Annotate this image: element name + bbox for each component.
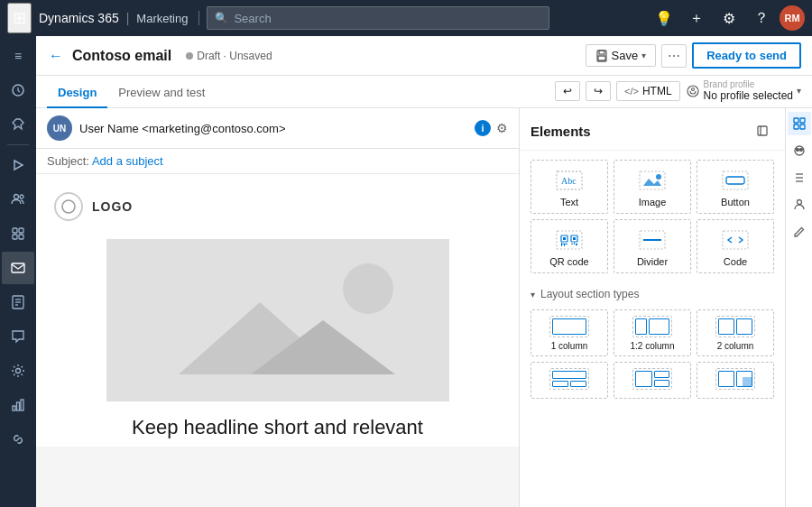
- svg-rect-4: [13, 228, 17, 233]
- html-button[interactable]: </> HTML: [616, 81, 680, 101]
- sidebar-item-forms[interactable]: [2, 286, 34, 318]
- tab-toolbar: ↩ ↪ </> HTML Brand profile No profile se…: [555, 79, 801, 107]
- layout-1-2col[interactable]: 1:2 column: [614, 309, 691, 356]
- question-button[interactable]: ？: [747, 4, 776, 32]
- layout-section-header[interactable]: ▾ Layout section types: [520, 282, 785, 306]
- element-image[interactable]: Image: [614, 160, 691, 214]
- element-button[interactable]: Button: [697, 160, 774, 214]
- email-image-placeholder[interactable]: [106, 239, 449, 401]
- sidebar-item-analytics[interactable]: [2, 389, 34, 421]
- image-element-icon: [636, 168, 669, 193]
- undo-button[interactable]: ↩: [555, 81, 580, 101]
- sidebar-item-pinned[interactable]: [2, 108, 34, 141]
- email-settings-button[interactable]: ⚙: [496, 121, 508, 135]
- element-qrcode[interactable]: QR code: [531, 219, 608, 273]
- sidebar-item-links[interactable]: [2, 423, 34, 456]
- svg-rect-16: [21, 400, 23, 410]
- user-avatar[interactable]: RM: [780, 5, 805, 31]
- svg-rect-31: [640, 171, 665, 189]
- ready-to-send-button[interactable]: Ready to send: [692, 42, 801, 69]
- placeholder-image-svg: [106, 239, 449, 401]
- svg-point-56: [799, 149, 802, 152]
- redo-button[interactable]: ↪: [586, 81, 611, 101]
- module-name: Marketing: [136, 12, 188, 25]
- main-layout: ≡: [0, 36, 812, 507]
- code-element-icon: [719, 227, 752, 253]
- layout-2col-label: 2 column: [717, 341, 754, 351]
- help-icon-button[interactable]: 💡: [650, 4, 678, 32]
- sidebar-item-menu[interactable]: ≡: [2, 40, 34, 72]
- brand-area: Dynamics 365 | Marketing: [39, 11, 199, 25]
- add-subject-link[interactable]: Add a subject: [92, 154, 163, 168]
- element-code[interactable]: Code: [697, 219, 774, 273]
- element-text[interactable]: Abc Text: [531, 160, 608, 214]
- sidebar-item-recent[interactable]: [2, 74, 34, 106]
- qrcode-element-icon: [553, 227, 586, 253]
- subject-bar: Subject: Add a subject: [36, 149, 519, 174]
- secondary-toolbar: ← Contoso email Draft · Unsaved Save ▾ ⋯…: [36, 36, 812, 76]
- layout-3col-b[interactable]: [614, 362, 691, 399]
- svg-rect-6: [13, 235, 17, 239]
- svg-point-60: [797, 200, 801, 205]
- svg-rect-14: [13, 406, 15, 410]
- layout-3col-c[interactable]: [697, 362, 774, 399]
- expand-icon-button[interactable]: [751, 119, 774, 143]
- settings-button[interactable]: ⚙: [715, 4, 743, 32]
- svg-point-21: [691, 88, 694, 90]
- save-button[interactable]: Save ▾: [586, 44, 657, 67]
- svg-rect-42: [561, 243, 562, 246]
- tab-design[interactable]: Design: [47, 78, 107, 108]
- sidebar-item-messages[interactable]: [2, 320, 34, 353]
- elements-tab-button[interactable]: [788, 112, 811, 135]
- info-icon[interactable]: i: [475, 120, 491, 136]
- add-button[interactable]: ＋: [682, 4, 711, 32]
- code-element-label: Code: [724, 256, 747, 267]
- svg-point-55: [796, 149, 798, 152]
- layout-3col-a[interactable]: [531, 362, 608, 399]
- layout-1col-label: 1 column: [551, 341, 588, 351]
- sidebar-item-settings[interactable]: [2, 355, 34, 387]
- brand-profile-selector[interactable]: Brand profile No profile selected ▾: [686, 79, 801, 102]
- text-element-label: Text: [560, 197, 578, 207]
- svg-rect-50: [794, 118, 798, 123]
- brand-profile-icon: [686, 84, 700, 98]
- edit-icon-button[interactable]: [788, 220, 811, 244]
- search-box[interactable]: 🔍: [207, 6, 549, 30]
- svg-point-2: [14, 195, 19, 199]
- more-options-button[interactable]: ⋯: [661, 44, 687, 68]
- divider-element-icon: [636, 227, 669, 253]
- sidebar-item-contacts[interactable]: [2, 183, 34, 216]
- svg-rect-38: [563, 237, 566, 240]
- email-logo-section[interactable]: LOGO: [36, 174, 519, 239]
- logo-circle: [54, 192, 83, 221]
- back-button[interactable]: ←: [47, 46, 65, 66]
- status-dot: [186, 52, 193, 60]
- sidebar-item-segments[interactable]: [2, 217, 34, 250]
- email-header-icons: i ⚙: [475, 120, 508, 136]
- layout-2col[interactable]: 2 column: [697, 309, 774, 356]
- styles-tab-button[interactable]: [788, 139, 811, 162]
- sidebar-item-email[interactable]: [2, 252, 34, 284]
- svg-rect-36: [557, 231, 582, 249]
- people-icon-button[interactable]: [788, 193, 811, 217]
- svg-rect-15: [17, 402, 20, 410]
- email-canvas: UN User Name <marketing@contoso.com> i ⚙…: [36, 108, 519, 507]
- element-divider[interactable]: Divider: [614, 219, 691, 273]
- svg-rect-7: [19, 235, 23, 239]
- svg-point-33: [656, 174, 661, 180]
- svg-rect-35: [726, 177, 744, 184]
- sidebar-item-journeys[interactable]: [2, 149, 34, 181]
- search-input[interactable]: [234, 12, 541, 25]
- tab-preview[interactable]: Preview and test: [107, 78, 216, 108]
- waffle-menu-button[interactable]: ⊞: [7, 3, 32, 33]
- svg-rect-53: [800, 124, 805, 129]
- sender-name: User Name <marketing@contoso.com>: [79, 122, 467, 135]
- layout-1col[interactable]: 1 column: [531, 309, 608, 356]
- far-right-bar: [785, 108, 812, 507]
- svg-rect-8: [12, 263, 24, 272]
- topbar-actions: 💡 ＋ ⚙ ？ RM: [650, 4, 805, 32]
- elements-grid: Abc Text: [520, 151, 785, 282]
- list-view-button[interactable]: [788, 166, 811, 189]
- save-chevron-icon: ▾: [641, 51, 646, 60]
- button-element-icon: [719, 168, 752, 193]
